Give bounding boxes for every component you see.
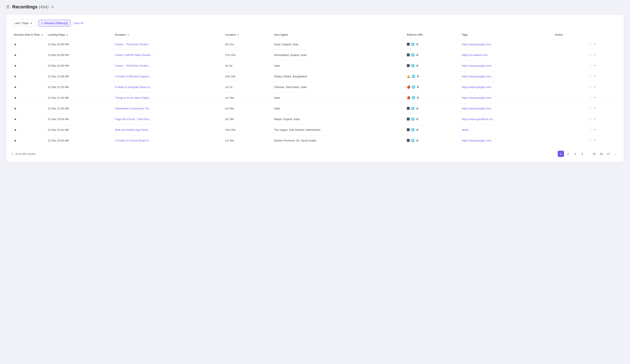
referrer-url-cell[interactable]: https://www.google.com/ — [459, 60, 552, 71]
star-icon[interactable]: ☆ — [589, 106, 592, 110]
edit-icon[interactable]: ✏ — [594, 85, 596, 89]
duration-cell: 13m 24s — [222, 71, 272, 82]
referrer-url-cell[interactable]: https://www.google.com/ — [459, 82, 552, 92]
star-icon[interactable]: ☆ — [589, 117, 592, 121]
play-button[interactable] — [14, 42, 17, 46]
referrer-url-cell[interactable]: https://www.google.com/ — [459, 71, 552, 82]
prev-page-button[interactable]: ‹ — [550, 151, 557, 157]
referrer-url-link[interactable]: https://www.google.com/ — [462, 43, 491, 46]
landing-page-cell[interactable]: Career - Third Rock Techkn... — [112, 60, 222, 71]
duration-cell: 27m 25s — [222, 50, 272, 60]
menu-icon[interactable]: ☰ — [6, 4, 10, 9]
referrer-url-link[interactable]: https://www.google.com/ — [462, 139, 491, 142]
landing-page-link[interactable]: Career - Third Rock Techkn... — [115, 64, 150, 67]
next-page-button[interactable]: › — [612, 151, 619, 157]
referrer-url-link[interactable]: https://in.indeed.com/ — [462, 54, 488, 56]
landing-page-cell[interactable]: Career - Third Rock Techkn... — [112, 39, 222, 50]
play-button[interactable] — [14, 117, 17, 121]
star-icon[interactable]: ☆ — [589, 64, 592, 68]
edit-icon[interactable]: ✏ — [594, 128, 596, 132]
referrer-url-link[interactable]: https://www.google.com/ — [462, 64, 491, 67]
referrer-url-cell[interactable]: https://www.google.com/ — [459, 135, 552, 146]
play-button[interactable] — [14, 95, 17, 100]
landing-page-link[interactable]: Standalone Component: De... — [115, 107, 151, 110]
table-row: 13 Dec 02:09 PMCareer - Third Rock Techk… — [11, 60, 619, 71]
page-button-45[interactable]: 45 — [591, 151, 597, 157]
refresh-icon[interactable]: ↻ — [51, 5, 54, 9]
tags-cell — [552, 135, 586, 146]
referrer-url-cell[interactable]: https://www.goodfirms.co/ — [459, 114, 552, 124]
landing-page-cell[interactable]: A Guide to Effective Angular... — [112, 71, 222, 82]
referrer-url-cell[interactable]: direct — [459, 124, 552, 135]
referrer-url-link[interactable]: https://www.google.com/ — [462, 86, 491, 89]
page-button-4[interactable]: 4 — [579, 151, 585, 157]
action-cell: ☆✏ — [586, 124, 619, 135]
star-icon[interactable]: ☆ — [589, 53, 592, 57]
landing-page-link[interactable]: Career | MERN Stack Develo... — [115, 54, 153, 56]
landing-page-cell[interactable]: 6 Steps to Integrate Stripe El... — [112, 82, 222, 92]
col-header-referrer-url: Referrer URL — [404, 32, 459, 39]
referrer-url-link[interactable]: direct — [462, 128, 468, 132]
action-cell: ☆✏ — [586, 60, 619, 71]
col-header-duration[interactable]: Duration ⇅ — [112, 32, 222, 39]
landing-page-cell[interactable]: Web and Mobile App Devel... — [112, 124, 222, 135]
play-button[interactable] — [14, 106, 17, 111]
advance-filters-button[interactable]: ≡ Advance Filters(1) — [38, 20, 71, 26]
page-button-1[interactable]: 1 — [558, 151, 564, 157]
referrer-url-cell[interactable]: https://www.google.com/ — [459, 39, 552, 50]
landing-page-link[interactable]: A Guide to Effective Angular... — [115, 75, 151, 78]
referrer-url-link[interactable]: https://www.google.com/ — [462, 107, 491, 110]
landing-page-link[interactable]: Career - Third Rock Techkn... — [115, 43, 150, 46]
star-icon[interactable]: ☆ — [589, 74, 592, 78]
landing-page-link[interactable]: Page Not Found - Third Roc... — [115, 118, 151, 121]
play-button[interactable] — [14, 63, 17, 68]
star-icon[interactable]: ☆ — [589, 85, 592, 89]
clear-all-button[interactable]: Clear All — [73, 22, 84, 25]
landing-page-link[interactable]: 6 Steps to Integrate Stripe El... — [115, 86, 152, 89]
star-icon[interactable]: ☆ — [589, 42, 592, 46]
edit-icon[interactable]: ✏ — [594, 96, 596, 100]
play-button[interactable] — [14, 85, 17, 89]
browser-icon: 🌐 — [411, 64, 414, 67]
landing-page-cell[interactable]: Page Not Found - Third Roc... — [112, 114, 222, 124]
star-icon[interactable]: ☆ — [589, 138, 592, 142]
col-header-landing-page[interactable]: Landing Page ⇅ — [45, 32, 112, 39]
referrer-url-link[interactable]: https://www.google.com/ — [462, 96, 491, 99]
edit-icon[interactable]: ✏ — [594, 138, 596, 142]
landing-page-link[interactable]: Web and Mobile App Devel... — [115, 128, 150, 132]
landing-page-cell[interactable]: Things to Know about Digita... — [112, 92, 222, 103]
edit-icon[interactable]: ✏ — [594, 74, 596, 78]
landing-page-cell[interactable]: Career | MERN Stack Develo... — [112, 50, 222, 60]
play-button[interactable] — [14, 74, 17, 78]
duration-cell: 4m 21s — [222, 39, 272, 50]
star-icon[interactable]: ☆ — [589, 96, 592, 100]
edit-icon[interactable]: ✏ — [594, 106, 596, 110]
play-button[interactable] — [14, 52, 17, 57]
col-header-location[interactable]: Location ⇅ — [222, 32, 272, 39]
landing-page-cell[interactable]: Standalone Component: De... — [112, 103, 222, 114]
play-button[interactable] — [14, 138, 17, 143]
play-button[interactable] — [14, 128, 17, 132]
edit-icon[interactable]: ✏ — [594, 53, 596, 57]
edit-icon[interactable]: ✏ — [594, 117, 596, 121]
referrer-url-cell[interactable]: https://www.google.com/ — [459, 103, 552, 114]
referrer-url-link[interactable]: https://www.google.com/ — [462, 75, 491, 78]
landing-page-link[interactable]: Things to Know about Digita... — [115, 96, 151, 99]
page-button-2[interactable]: 2 — [565, 151, 571, 157]
page-button-47[interactable]: 47 — [605, 151, 612, 157]
session-date-cell: 12 Dec 11:00 AM — [45, 103, 112, 114]
col-header-session-date[interactable]: Session Date & Time ⇅ — [11, 32, 45, 39]
location-cell: Rājkot, Gujarat, India — [272, 114, 404, 124]
referrer-url-cell[interactable]: https://in.indeed.com/ — [459, 50, 552, 60]
landing-page-link[interactable]: A Guide to Choose React N... — [115, 139, 151, 142]
referrer-url-cell[interactable]: https://www.google.com/ — [459, 92, 552, 103]
date-range-filter[interactable]: Last 7 Days ▼ — [11, 20, 36, 26]
referrer-url-link[interactable]: https://www.goodfirms.co/ — [462, 118, 493, 121]
page-button-46[interactable]: 46 — [598, 151, 604, 157]
edit-icon[interactable]: ✏ — [594, 42, 596, 46]
star-icon[interactable]: ☆ — [589, 128, 592, 132]
page-button-3[interactable]: 3 — [572, 151, 578, 157]
landing-page-cell[interactable]: A Guide to Choose React N... — [112, 135, 222, 146]
user-agent-cell: 🌐🖥 — [404, 50, 459, 60]
edit-icon[interactable]: ✏ — [594, 64, 596, 68]
